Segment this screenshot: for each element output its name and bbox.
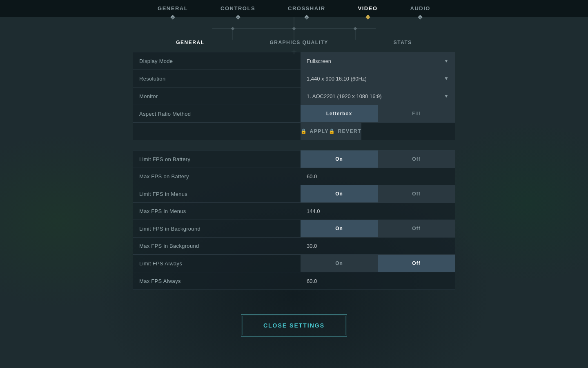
fps-battery-label: Limit FPS on Battery xyxy=(133,152,301,166)
max-fps-always-value: 60.0 xyxy=(301,274,323,288)
fps-menus-row: Limit FPS in Menus On Off xyxy=(133,185,455,203)
resolution-row: Resolution 1,440 x 900 16:10 (60Hz) ▼ xyxy=(133,70,455,88)
close-btn-container: CLOSE SETTINGS xyxy=(133,314,455,337)
max-fps-menus-control: 144.0 xyxy=(301,204,455,218)
subnav-item-graphics[interactable]: GRAPHICS QUALITY xyxy=(237,36,361,49)
section-divider xyxy=(133,142,455,150)
fps-menus-on-button[interactable]: On xyxy=(301,185,378,202)
fps-background-label: Limit FPS in Background xyxy=(133,222,301,236)
fps-menus-label: Limit FPS in Menus xyxy=(133,187,301,201)
max-fps-background-control: 30.0 xyxy=(301,239,455,253)
fps-settings-group: Limit FPS on Battery On Off Max FPS on B… xyxy=(133,150,455,290)
fps-menus-control: On Off xyxy=(301,185,455,202)
max-fps-battery-label: Max FPS on Battery xyxy=(133,169,301,184)
fps-always-control: On Off xyxy=(301,255,455,272)
display-mode-row: Display Mode Fullscreen ▼ xyxy=(133,52,455,70)
monitor-dropdown[interactable]: 1. AOC2201 (1920 x 1080 16:9) ▼ xyxy=(301,88,455,105)
display-mode-control: Fullscreen ▼ xyxy=(301,52,455,70)
monitor-arrow-icon: ▼ xyxy=(444,93,449,99)
fps-always-on-button[interactable]: On xyxy=(301,255,378,272)
fps-battery-toggle: On Off xyxy=(301,150,455,168)
fps-background-control: On Off xyxy=(301,220,455,237)
monitor-label: Monitor xyxy=(133,89,301,103)
apply-revert-spacer xyxy=(133,127,301,135)
revert-lock-icon: 🔒 xyxy=(329,128,336,134)
max-fps-background-label: Max FPS in Background xyxy=(133,239,301,253)
fps-always-toggle: On Off xyxy=(301,255,455,272)
nav-item-general[interactable]: GENERAL xyxy=(141,0,204,17)
apply-lock-icon: 🔒 xyxy=(301,128,307,134)
fps-background-on-button[interactable]: On xyxy=(301,220,378,237)
sub-navigation: GENERAL GRAPHICS QUALITY STATS xyxy=(0,17,588,52)
max-fps-menus-value: 144.0 xyxy=(301,204,326,218)
nav-item-audio[interactable]: AUDIO xyxy=(394,0,447,17)
display-mode-dropdown[interactable]: Fullscreen ▼ xyxy=(301,52,455,70)
display-settings-group: Display Mode Fullscreen ▼ Resolution 1,4… xyxy=(133,52,455,140)
fill-button[interactable]: Fill xyxy=(378,105,455,122)
svg-rect-8 xyxy=(292,27,296,30)
resolution-control: 1,440 x 900 16:10 (60Hz) ▼ xyxy=(301,70,455,87)
max-fps-background-row: Max FPS in Background 30.0 xyxy=(133,238,455,255)
settings-container: Display Mode Fullscreen ▼ Resolution 1,4… xyxy=(133,52,455,337)
nav-item-video[interactable]: VIDEO xyxy=(342,0,394,17)
max-fps-always-row: Max FPS Always 60.0 xyxy=(133,272,455,289)
fps-background-toggle: On Off xyxy=(301,220,455,237)
max-fps-battery-row: Max FPS on Battery 60.0 xyxy=(133,168,455,185)
svg-rect-7 xyxy=(231,27,234,30)
max-fps-menus-label: Max FPS in Menus xyxy=(133,204,301,218)
revert-button[interactable]: 🔒 REVERT xyxy=(329,123,361,140)
monitor-control: 1. AOC2201 (1920 x 1080 16:9) ▼ xyxy=(301,88,455,105)
max-fps-battery-control: 60.0 xyxy=(301,169,455,184)
max-fps-menus-row: Max FPS in Menus 144.0 xyxy=(133,203,455,220)
apply-button[interactable]: 🔒 APPLY xyxy=(301,123,329,140)
display-mode-label: Display Mode xyxy=(133,54,301,68)
close-settings-button[interactable]: CLOSE SETTINGS xyxy=(241,314,347,337)
nav-item-crosshair[interactable]: CROSSHAIR xyxy=(272,0,342,17)
max-fps-background-value: 30.0 xyxy=(301,239,323,253)
resolution-label: Resolution xyxy=(133,72,301,86)
fps-always-row: Limit FPS Always On Off xyxy=(133,255,455,272)
action-row: 🔒 APPLY 🔒 REVERT xyxy=(301,123,361,140)
display-mode-arrow-icon: ▼ xyxy=(444,58,449,64)
fps-always-label: Limit FPS Always xyxy=(133,256,301,271)
subnav-item-stats[interactable]: STATS xyxy=(361,36,445,49)
monitor-row: Monitor 1. AOC2201 (1920 x 1080 16:9) ▼ xyxy=(133,88,455,105)
aspect-ratio-row: Aspect Ratio Method Letterbox Fill xyxy=(133,105,455,123)
fps-battery-row: Limit FPS on Battery On Off xyxy=(133,150,455,168)
max-fps-battery-value: 60.0 xyxy=(301,169,323,184)
fps-battery-on-button[interactable]: On xyxy=(301,150,378,168)
aspect-ratio-label: Aspect Ratio Method xyxy=(133,107,301,121)
svg-rect-9 xyxy=(354,27,357,30)
letterbox-button[interactable]: Letterbox xyxy=(301,105,378,122)
aspect-ratio-control: Letterbox Fill xyxy=(301,105,455,122)
fps-always-off-button[interactable]: Off xyxy=(378,255,455,272)
fps-menus-off-button[interactable]: Off xyxy=(378,185,455,202)
resolution-dropdown[interactable]: 1,440 x 900 16:10 (60Hz) ▼ xyxy=(301,70,455,87)
fps-background-row: Limit FPS in Background On Off xyxy=(133,220,455,238)
top-navigation: GENERAL CONTROLS CROSSHAIR VIDEO AUDIO xyxy=(0,0,588,17)
fps-battery-control: On Off xyxy=(301,150,455,168)
max-fps-always-label: Max FPS Always xyxy=(133,274,301,288)
fps-battery-off-button[interactable]: Off xyxy=(378,150,455,168)
resolution-arrow-icon: ▼ xyxy=(444,76,449,81)
fps-menus-toggle: On Off xyxy=(301,185,455,202)
aspect-toggle-group: Letterbox Fill xyxy=(301,105,455,122)
nav-item-controls[interactable]: CONTROLS xyxy=(204,0,272,17)
apply-revert-control: 🔒 APPLY 🔒 REVERT xyxy=(301,123,455,140)
subnav-item-general[interactable]: GENERAL xyxy=(143,36,237,49)
fps-background-off-button[interactable]: Off xyxy=(378,220,455,237)
apply-revert-row: 🔒 APPLY 🔒 REVERT xyxy=(133,123,455,140)
max-fps-always-control: 60.0 xyxy=(301,274,455,288)
